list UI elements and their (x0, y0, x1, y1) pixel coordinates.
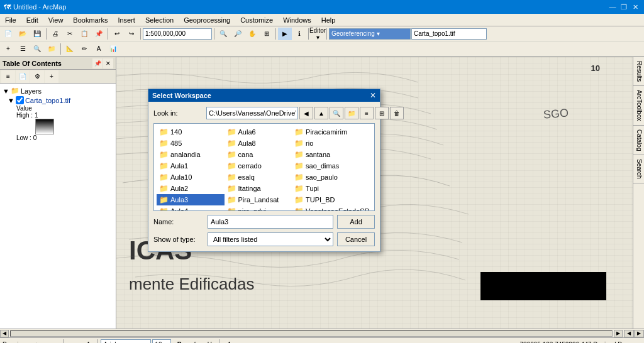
underline-button[interactable]: U (203, 339, 216, 344)
undo-button[interactable]: ↩ (110, 28, 124, 40)
folder-pira-landsat[interactable]: 📁Pira_Landsat (225, 194, 292, 205)
folder-rio[interactable]: 📁rio (292, 138, 372, 149)
copy-button[interactable]: 📋 (77, 28, 91, 40)
toc-options-button[interactable]: ⚙ (30, 70, 44, 83)
cut-button[interactable]: ✂ (63, 28, 77, 40)
folder-aula1[interactable]: 📁Aula1 (157, 160, 225, 172)
menu-help[interactable]: Help (316, 14, 341, 26)
dialog-close-button[interactable]: ✕ (370, 91, 376, 100)
look-in-view-button[interactable]: ≡ (360, 107, 374, 119)
menu-bookmarks[interactable]: Bookmarks (68, 14, 113, 26)
folder-aula4[interactable]: 📁Aula4 (157, 205, 225, 211)
drawing-select-button[interactable]: ▶ (31, 339, 45, 344)
scroll-right-button[interactable]: ▶ (614, 330, 623, 337)
page-nav-button[interactable]: ◀ (624, 330, 634, 337)
layer-visibility-checkbox[interactable] (16, 96, 24, 104)
rect-button[interactable]: □ (66, 339, 80, 344)
menu-insert[interactable]: Insert (113, 14, 140, 26)
look-in-up-button[interactable]: ▲ (314, 107, 328, 119)
folder-aula8[interactable]: 📁Aula8 (225, 138, 292, 149)
toc-pin-button[interactable]: 📌 (92, 58, 103, 68)
look-in-view2-button[interactable]: ⊞ (375, 107, 389, 119)
folder-piracicamirim[interactable]: 📁Piracicamirim (292, 126, 372, 138)
folder-tupi-bd[interactable]: 📁TUPI_BD (292, 194, 372, 205)
maximize-button[interactable]: ❐ (619, 2, 629, 12)
zoom-out-button[interactable]: 🔎 (231, 28, 245, 40)
font-color-button[interactable]: A (222, 339, 236, 344)
paste-button[interactable]: 📌 (92, 28, 106, 40)
menu-file[interactable]: File (0, 14, 21, 26)
toc-source-view-button[interactable]: 📄 (16, 70, 30, 83)
toc-layer-header[interactable]: ▼ Carta_topo1.tif (6, 95, 114, 105)
look-in-input[interactable] (206, 107, 298, 119)
drawing-tool-button[interactable]: ✏ (47, 339, 60, 344)
look-in-search-button[interactable]: 🔍 (330, 107, 343, 119)
look-in-new-folder-button[interactable]: 📁 (345, 107, 358, 119)
new-button[interactable]: 📄 (1, 28, 15, 40)
filter-select[interactable]: All filters listed (208, 232, 333, 246)
folder-aula10[interactable]: 📁Aula10 (157, 172, 225, 183)
horizontal-scrollbar[interactable] (10, 330, 613, 337)
save-button[interactable]: 💾 (30, 28, 44, 40)
map-area[interactable]: ICAS mente Edificadas 10 SGO (116, 57, 644, 329)
folder-485[interactable]: 📁485 (157, 138, 225, 149)
folder-140[interactable]: 📁140 (157, 126, 225, 138)
scroll-left-button[interactable]: ◀ (0, 330, 9, 337)
full-extent-button[interactable]: ⊞ (260, 28, 274, 40)
add-data-button[interactable]: + (1, 43, 15, 55)
cancel-button[interactable]: Cancel (337, 232, 375, 246)
scale-input[interactable] (143, 28, 212, 40)
menu-selection[interactable]: Selection (140, 14, 179, 26)
folder-santana[interactable]: 📁santana (292, 149, 372, 160)
select-button[interactable]: ▶ (278, 28, 292, 40)
menu-windows[interactable]: Windows (278, 14, 316, 26)
folder-aula2[interactable]: 📁Aula2 (157, 183, 225, 194)
minimize-button[interactable]: — (608, 2, 618, 12)
toc-button[interactable]: ☰ (16, 43, 30, 55)
folder-vegetacao[interactable]: 📁VegetacaoEstadoSP (292, 205, 372, 211)
folder-aula3-selected[interactable]: 📁Aula3 (157, 194, 225, 205)
editor-dropdown[interactable]: Editor ▾ (311, 28, 325, 40)
zoom-in-button[interactable]: 🔍 (216, 28, 230, 40)
bottom-scroll[interactable]: ◀ ▶ ◀ ▶ (0, 329, 644, 337)
file-input[interactable] (411, 28, 487, 40)
italic-button[interactable]: I (187, 339, 201, 344)
redo-button[interactable]: ↪ (125, 28, 138, 40)
menu-view[interactable]: View (43, 14, 69, 26)
folder-aula6[interactable]: 📁Aula6 (225, 126, 292, 138)
folder-pira-ndvi[interactable]: 📁pira_ndvi (225, 205, 292, 211)
folder-sao-paulo[interactable]: 📁sao_paulo (292, 172, 372, 183)
draw-button[interactable]: ✏ (77, 43, 91, 55)
font-input[interactable] (101, 339, 151, 344)
toc-group-header[interactable]: ▼ 📁 Layers (1, 86, 114, 95)
measure-button[interactable]: 📐 (63, 43, 77, 55)
label-button[interactable]: A (92, 43, 106, 55)
look-in-back-button[interactable]: ◀ (299, 107, 313, 119)
search-button[interactable]: 🔍 (30, 43, 44, 55)
toc-list-view-button[interactable]: ≡ (1, 70, 15, 83)
folder-cerrado[interactable]: 📁cerrado (225, 160, 292, 172)
text-button[interactable]: A (81, 339, 95, 344)
page-nav-right-button[interactable]: ▶ (634, 330, 644, 337)
bold-button[interactable]: B (172, 339, 186, 344)
folder-itatinga[interactable]: 📁Itatinga (225, 183, 292, 194)
close-button[interactable]: ✕ (630, 2, 640, 12)
menu-edit[interactable]: Edit (21, 14, 43, 26)
pan-button[interactable]: ✋ (245, 28, 259, 40)
look-in-icon-button[interactable]: 🗑 (390, 107, 404, 119)
toc-add-button[interactable]: + (45, 70, 58, 83)
file-list-area[interactable]: 📁140 📁Aula6 📁Piracicamirim 📁485 📁Aula8 📁… (153, 123, 375, 211)
identify-button[interactable]: ℹ (292, 28, 306, 40)
catalog-button[interactable]: 📁 (45, 43, 58, 55)
graph-button[interactable]: 📊 (106, 43, 120, 55)
print-button[interactable]: 🖨 (48, 28, 62, 40)
folder-esalq[interactable]: 📁esalq (225, 172, 292, 183)
open-button[interactable]: 📂 (16, 28, 30, 40)
folder-analandia[interactable]: 📁analandia (157, 149, 225, 160)
georef-input[interactable] (329, 28, 411, 40)
menu-geoprocessing[interactable]: Geoprocessing (179, 14, 235, 26)
folder-tupi[interactable]: 📁Tupi (292, 183, 372, 194)
name-input[interactable] (208, 215, 333, 229)
folder-cana[interactable]: 📁cana (225, 149, 292, 160)
menu-customize[interactable]: Customize (235, 14, 278, 26)
